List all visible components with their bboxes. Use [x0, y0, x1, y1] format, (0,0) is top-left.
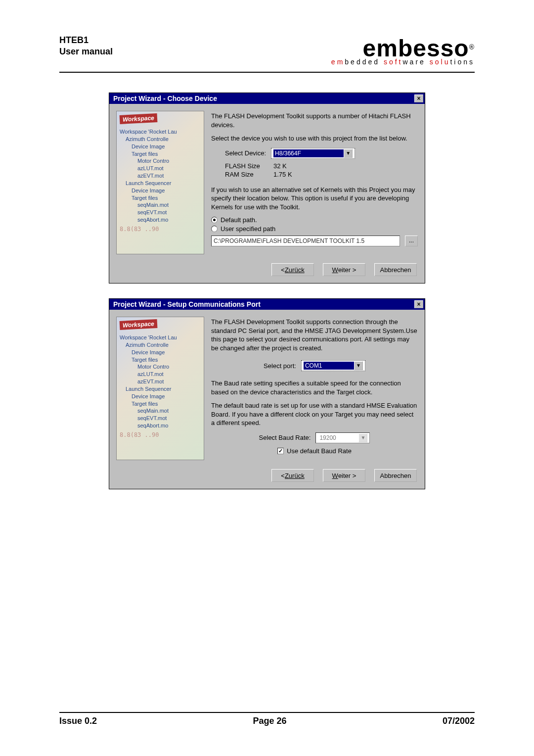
tree-item: azEVT.mot [137, 172, 201, 180]
title-choose-device: Project Wizard - Choose Device [113, 94, 217, 102]
tree-item: Target files [132, 400, 201, 408]
radio-default-path[interactable]: Default path. [211, 216, 418, 224]
tree-item: seqAbort.mo [137, 422, 201, 429]
tree-item: seqAbort.mo [137, 216, 201, 224]
header-text: HTEB1 User manual [59, 35, 113, 58]
page-header: HTEB1 User manual embesso® embedded soft… [59, 35, 475, 66]
tree-item: azEVT.mot [137, 378, 201, 385]
tree-item: Device Image [132, 349, 201, 356]
workspace-banner: Workspace [120, 113, 158, 124]
footer-issue: Issue 0.2 [59, 716, 97, 726]
tree-item: seqEVT.mot [137, 209, 201, 216]
tree-item: Azimuth Controlle [126, 341, 201, 349]
ram-size-value: 1.75 K [273, 171, 292, 178]
chevron-down-icon[interactable]: ▼ [354, 361, 363, 370]
close-icon[interactable]: × [414, 94, 423, 102]
baud-intro2: The default baud rate is set up for use … [211, 401, 418, 427]
use-default-baud-checkbox[interactable]: ✓ [277, 448, 284, 454]
tree-item: Motor Contro [137, 157, 201, 165]
chevron-down-icon: ▼ [358, 433, 367, 442]
select-port-dropdown[interactable]: COM1 ▼ [301, 360, 365, 371]
header-line1: HTEB1 [59, 35, 113, 46]
intro-text2: Select the device you wish to use with t… [211, 134, 418, 143]
select-baud-label: Select Baud Rate: [259, 434, 311, 441]
tree-item: Motor Contro [137, 363, 201, 371]
intro-text: The FLASH Development Toolkit supports a… [211, 112, 418, 129]
select-baud-dropdown: 19200 ▼ [315, 432, 370, 443]
alt-kernel-text: If you wish to use an alternative set of… [211, 186, 418, 212]
use-default-baud-label: Use default Baud Rate [287, 447, 352, 455]
logo-main: embesso® [363, 35, 475, 62]
hex-decoration: 8.8(83 ..90 [120, 226, 201, 233]
wizard-graphic: Workspace Workspace 'Rocket Lau Azimuth … [116, 317, 204, 460]
chevron-down-icon[interactable]: ▼ [344, 149, 353, 158]
dialog-setup-comm-port: Project Wizard - Setup Communications Po… [109, 298, 425, 489]
cancel-button[interactable]: Abbrechen [374, 469, 417, 482]
header-rule [59, 72, 475, 73]
next-button[interactable]: Weiter > [323, 263, 365, 276]
tree-item: Launch Sequencer [126, 385, 201, 393]
select-device-dropdown[interactable]: H8/3664F ▼ [271, 148, 355, 159]
cancel-button[interactable]: Abbrechen [374, 263, 417, 276]
close-icon[interactable]: × [414, 300, 423, 308]
tree-item: seqMain.mot [137, 201, 201, 209]
tree-item: seqMain.mot [137, 407, 201, 415]
tree-item: azLUT.mot [137, 371, 201, 378]
tree-item: seqEVT.mot [137, 415, 201, 422]
tree-item: Workspace 'Rocket Lau [120, 128, 201, 136]
page-footer: Issue 0.2 Page 26 07/2002 [59, 708, 475, 726]
baud-intro: The Baud rate setting specifies a suitab… [211, 379, 418, 396]
path-input[interactable]: C:\PROGRAMME\FLASH DEVELOPMENT TOOLKIT 1… [211, 236, 400, 246]
tree-item: Device Image [132, 187, 201, 194]
select-port-label: Select port: [264, 362, 296, 370]
titlebar-setup-comm: Project Wizard - Setup Communications Po… [109, 299, 425, 310]
comm-intro: The FLASH Development Toolkit supports c… [211, 318, 418, 352]
titlebar-choose-device: Project Wizard - Choose Device × [109, 93, 425, 104]
tree-item: Device Image [132, 143, 201, 150]
tree-item: Target files [132, 150, 201, 158]
title-setup-comm: Project Wizard - Setup Communications Po… [113, 300, 261, 308]
tree-item: Target files [132, 194, 201, 202]
wizard-graphic: Workspace Workspace 'Rocket Lau Azimuth … [116, 111, 204, 254]
footer-rule [59, 712, 475, 713]
tree-item: azLUT.mot [137, 165, 201, 172]
tree-item: Workspace 'Rocket Lau [120, 334, 201, 341]
back-button[interactable]: < Zurück [271, 469, 314, 482]
tree-item: Device Image [132, 393, 201, 400]
dialog-choose-device: Project Wizard - Choose Device × Workspa… [109, 93, 425, 284]
tree-item: Azimuth Controlle [126, 136, 201, 143]
browse-button[interactable]: ... [405, 236, 418, 246]
next-button[interactable]: Weiter > [323, 469, 365, 482]
back-button[interactable]: < Zurück [271, 263, 314, 276]
hex-decoration: 8.8(83 ..90 [120, 431, 201, 438]
header-line2: User manual [59, 46, 113, 57]
logo: embesso® embedded software solutions [331, 35, 475, 66]
logo-registered-icon: ® [469, 43, 475, 51]
tree-item: Launch Sequencer [126, 180, 201, 187]
footer-date: 07/2002 [443, 716, 475, 726]
tree-item: Target files [132, 356, 201, 364]
flash-size-label: FLASH Size [225, 162, 266, 170]
ram-size-label: RAM Size [225, 171, 266, 178]
footer-page: Page 26 [253, 716, 286, 726]
workspace-banner: Workspace [120, 319, 158, 330]
radio-user-path[interactable]: User specified path [211, 225, 418, 233]
flash-size-value: 32 K [273, 162, 287, 170]
select-device-label: Select Device: [225, 149, 266, 157]
